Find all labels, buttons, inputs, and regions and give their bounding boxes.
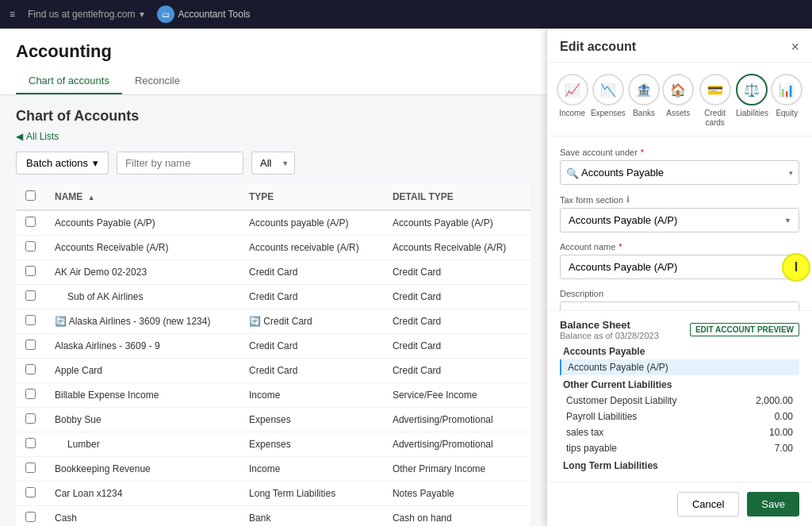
row-detail: Credit Card — [383, 285, 530, 309]
header-name[interactable]: NAME ▲ — [45, 184, 239, 210]
row-detail: Advertising/Promotional — [383, 408, 530, 432]
account-type-item[interactable]: 💳Credit cards — [697, 74, 733, 128]
row-type: Income — [239, 457, 383, 482]
edit-account-preview-button[interactable]: EDIT ACCOUNT PREVIEW — [690, 323, 799, 336]
account-type-label: Income — [559, 109, 585, 118]
table-row: Cash Bank Cash on hand — [16, 506, 530, 527]
account-type-icon: 🏠 — [662, 74, 694, 106]
row-detail: Accounts Payable (A/P) — [383, 210, 530, 236]
row-checkbox[interactable] — [25, 463, 36, 473]
row-checkbox[interactable] — [25, 512, 36, 522]
save-account-input-wrapper: 🔍 ▾ — [560, 160, 799, 185]
save-account-input[interactable] — [560, 160, 799, 185]
balance-section-header: Accounts Payable — [560, 342, 799, 359]
account-type-item[interactable]: 🏦Banks — [628, 74, 660, 128]
header-type[interactable]: TYPE — [239, 184, 383, 210]
all-lists-link[interactable]: ◀ All Lists — [16, 131, 530, 142]
row-type: Expenses — [239, 432, 383, 457]
header-detail-type[interactable]: DETAIL TYPE — [383, 184, 530, 210]
balance-sheet-header: Balance Sheet Balance as of 03/28/2023 E… — [560, 319, 799, 340]
account-type-label: Expenses — [591, 109, 626, 118]
row-name: 🔄 Alaska Airlines - 3609 (new 1234) — [45, 309, 239, 334]
row-checkbox[interactable] — [25, 315, 36, 325]
table-row: Billable Expense Income Income Service/F… — [16, 383, 530, 408]
top-bar: ≡ Find us at gentlefrog.com ▾ 🗂 Accounta… — [0, 0, 812, 29]
filter-input[interactable] — [117, 152, 243, 175]
main-layout: Accounting Chart of accounts Reconcile C… — [0, 29, 812, 526]
content-title: Chart of Accounts — [16, 108, 530, 125]
close-button[interactable]: × — [791, 40, 799, 54]
balance-list-item: Payroll Liabilities 0.00 — [560, 409, 799, 424]
balance-section-header: Long Term Liabilities — [560, 456, 799, 474]
account-name-input[interactable] — [560, 255, 799, 279]
row-name: Lumber — [45, 432, 239, 457]
account-types-row: 📈Income📉Expenses🏦Banks🏠Assets💳Credit car… — [547, 63, 812, 136]
page-header: Accounting Chart of accounts Reconcile — [0, 29, 546, 95]
type-filter-wrapper: All — [251, 152, 295, 175]
row-type: Credit Card — [239, 359, 383, 383]
table-row: 🔄 Alaska Airlines - 3609 (new 1234) 🔄 Cr… — [16, 309, 530, 334]
balance-sheet-section: Balance Sheet Balance as of 03/28/2023 E… — [547, 310, 812, 482]
row-type: Income — [239, 383, 383, 408]
filter-input-wrapper — [117, 152, 243, 175]
tax-form-group: Tax form section ℹ Accounts Payable (A/P… — [560, 194, 799, 232]
account-type-item[interactable]: ⚖️Liabilities — [736, 74, 768, 128]
tab-reconcile[interactable]: Reconcile — [122, 68, 193, 94]
table-row: Lumber Expenses Advertising/Promotional — [16, 432, 530, 457]
account-type-item[interactable]: 📈Income — [557, 74, 588, 128]
row-name: Accounts Payable (A/P) — [45, 210, 239, 236]
cancel-button[interactable]: Cancel — [677, 492, 739, 516]
row-checkbox[interactable] — [25, 266, 36, 276]
table-row: Apple Card Credit Card Credit Card — [16, 359, 530, 383]
row-name: Bookkeeping Revenue — [45, 457, 239, 482]
balance-item-value: 0.00 — [775, 411, 793, 422]
edit-panel: Edit account × 📈Income📉Expenses🏦Banks🏠As… — [546, 29, 812, 526]
description-group: Description — [560, 289, 799, 310]
account-type-item[interactable]: 📉Expenses — [591, 74, 626, 128]
tax-form-label: Tax form section ℹ — [560, 194, 799, 205]
row-checkbox[interactable] — [25, 438, 36, 448]
row-detail: Accounts Receivable (A/R) — [383, 236, 530, 260]
site-link[interactable]: Find us at gentlefrog.com ▾ — [28, 9, 144, 20]
row-detail: Notes Payable — [383, 482, 530, 506]
balance-list: Accounts Payable Accounts Payable (A/P) … — [560, 342, 799, 474]
balance-list-item: tips payable 7.00 — [560, 440, 799, 456]
row-type: Credit Card — [239, 285, 383, 309]
description-input[interactable] — [560, 301, 799, 310]
account-type-label: Credit cards — [697, 109, 733, 128]
header-checkbox-col — [16, 184, 45, 210]
row-name: Car Loan x1234 — [45, 482, 239, 506]
hamburger-menu[interactable]: ≡ — [10, 9, 15, 20]
row-checkbox[interactable] — [25, 290, 36, 301]
balance-item-label: Customer Deposit Liability — [566, 395, 676, 406]
page-tabs: Chart of accounts Reconcile — [16, 68, 530, 94]
tax-form-select[interactable]: Accounts Payable (A/P) — [560, 208, 799, 232]
row-checkbox[interactable] — [25, 340, 36, 350]
row-checkbox[interactable] — [25, 364, 36, 374]
account-type-icon: 📉 — [592, 74, 624, 106]
account-type-item[interactable]: 📊Equity — [771, 74, 802, 128]
row-name: Bobby Sue — [45, 408, 239, 432]
edit-panel-title: Edit account — [560, 40, 636, 54]
row-checkbox[interactable] — [25, 389, 36, 399]
save-button[interactable]: Save — [747, 492, 799, 516]
row-detail: Credit Card — [383, 309, 530, 334]
batch-actions-button[interactable]: Batch actions ▾ — [16, 152, 109, 175]
tab-chart-of-accounts[interactable]: Chart of accounts — [16, 68, 122, 94]
accountant-tools-menu[interactable]: 🗂 Accountant Tools — [157, 6, 250, 23]
row-checkbox[interactable] — [25, 241, 36, 251]
table-row: Sub of AK Airlines Credit Card Credit Ca… — [16, 285, 530, 309]
account-type-icon: 📊 — [771, 74, 802, 106]
type-filter-select[interactable]: All — [251, 152, 295, 175]
balance-list-item: sales tax 10.00 — [560, 424, 799, 440]
row-checkbox[interactable] — [25, 217, 36, 227]
row-type: Expenses — [239, 408, 383, 432]
account-type-item[interactable]: 🏠Assets — [662, 74, 694, 128]
select-all-checkbox[interactable] — [25, 190, 36, 201]
balance-item-value: 2,000.00 — [756, 395, 793, 406]
row-detail: Other Primary Income — [383, 457, 530, 482]
row-checkbox[interactable] — [25, 413, 36, 424]
row-detail: Credit Card — [383, 260, 530, 285]
row-checkbox[interactable] — [25, 487, 36, 497]
table-row: Bobby Sue Expenses Advertising/Promotion… — [16, 408, 530, 432]
